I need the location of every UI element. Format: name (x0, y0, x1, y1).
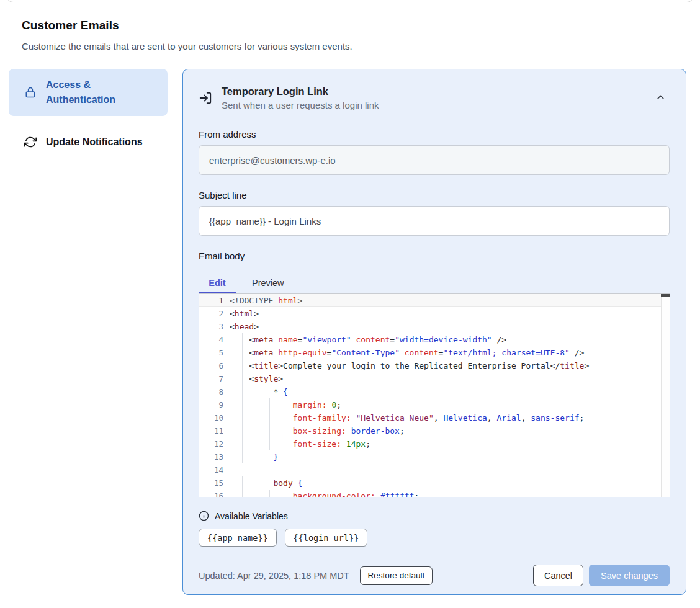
available-variables-header: Available Variables (199, 511, 670, 521)
card-title: Temporary Login Link (222, 86, 644, 97)
page-title: Customer Emails (22, 19, 678, 32)
previous-card-edge (6, 0, 694, 2)
code-line: 5 <meta http-equiv="Content-Type" conten… (199, 346, 670, 359)
line-number: 1 (199, 294, 223, 307)
indent-guide (242, 411, 243, 424)
code-text: <head> (223, 320, 259, 333)
indent-guide (242, 450, 243, 463)
email-body-label: Email body (199, 251, 670, 261)
cancel-button[interactable]: Cancel (533, 565, 583, 586)
code-text: <style> (223, 372, 283, 385)
line-number: 8 (199, 385, 223, 398)
info-icon (199, 511, 209, 521)
code-line: 4 <meta name="viewport" content="width=d… (199, 333, 670, 346)
tab-edit[interactable]: Edit (199, 274, 236, 293)
indent-guide (242, 490, 243, 497)
login-icon (199, 91, 212, 105)
page-header: Customer Emails Customize the emails tha… (0, 0, 700, 51)
code-line: 10 font-family: "Helvetica Neue", Helvet… (199, 411, 670, 424)
line-number: 5 (199, 346, 223, 359)
code-line: 7 <style> (199, 372, 670, 385)
code-text: <meta name="viewport" content="width=dev… (223, 333, 506, 346)
indent-guide (242, 424, 243, 437)
indent-guide (242, 385, 243, 398)
code-text: * { (223, 385, 288, 398)
code-editor[interactable]: 1<!DOCTYPE html>2<html>3<head>4 <meta na… (199, 293, 670, 497)
sidebar-item-update-notifications[interactable]: Update Notifications (9, 126, 168, 158)
code-text (223, 463, 230, 476)
line-number: 13 (199, 450, 223, 463)
variable-chip-login-url[interactable]: {{login_url}} (285, 529, 368, 547)
from-address-label: From address (199, 129, 670, 140)
editor-scrollbar-thumb[interactable] (661, 294, 670, 297)
code-text: box-sizing: border-box; (223, 424, 405, 437)
code-line: 3<head> (199, 320, 670, 333)
temporary-login-link-card: Temporary Login Link Sent when a user re… (182, 69, 686, 595)
code-text: <meta http-equiv="Content-Type" content=… (223, 346, 584, 359)
code-line: 16 background-color: #ffffff; (199, 490, 670, 497)
indent-guide (242, 398, 243, 411)
variable-chips: {{app_name}} {{login_url}} (199, 529, 670, 547)
indent-guide (242, 437, 243, 450)
page-subtitle: Customize the emails that are sent to yo… (22, 41, 678, 51)
content-layout: Access & Authentication Update Notificat… (0, 69, 700, 595)
sidebar-item-access-authentication[interactable]: Access & Authentication (9, 69, 168, 116)
line-number: 7 (199, 372, 223, 385)
tab-preview[interactable]: Preview (243, 274, 293, 293)
code-text: font-family: "Helvetica Neue", Helvetica… (223, 411, 584, 424)
available-variables-label: Available Variables (215, 511, 288, 521)
code-text: margin: 0; (223, 398, 341, 411)
code-line: 2<html> (199, 307, 670, 320)
card-header: Temporary Login Link Sent when a user re… (199, 86, 670, 110)
line-number: 4 (199, 333, 223, 346)
card-titles: Temporary Login Link Sent when a user re… (222, 86, 644, 110)
code-text: <!DOCTYPE html> (223, 294, 302, 307)
card-subtitle: Sent when a user requests a login link (222, 100, 644, 110)
indent-guide (269, 437, 270, 450)
chevron-up-icon (655, 92, 666, 102)
save-changes-button[interactable]: Save changes (589, 565, 670, 586)
indent-guide (242, 372, 243, 385)
code-line: 12 font-size: 14px; (199, 437, 670, 450)
subject-line-label: Subject line (199, 190, 670, 200)
line-number: 9 (199, 398, 223, 411)
collapse-button[interactable] (653, 89, 668, 107)
email-body-tabs: Edit Preview (199, 274, 670, 293)
code-text: <html> (223, 307, 259, 320)
editor-scrollbar-track[interactable] (661, 294, 670, 497)
sidebar-item-label: Update Notifications (46, 135, 143, 150)
code-line: 15 body { (199, 476, 670, 490)
line-number: 16 (199, 490, 223, 497)
from-address-input[interactable] (199, 145, 670, 175)
refresh-icon (24, 136, 37, 148)
subject-line-input[interactable] (199, 206, 670, 236)
code-line: 8 * { (199, 385, 670, 398)
code-line: 9 margin: 0; (199, 398, 670, 411)
code-text: body { (223, 476, 302, 490)
indent-guide (242, 359, 243, 372)
code-line: 11 box-sizing: border-box; (199, 424, 670, 437)
code-text: } (223, 450, 278, 463)
line-number: 11 (199, 424, 223, 437)
line-number: 14 (199, 463, 223, 476)
variable-chip-app-name[interactable]: {{app_name}} (199, 529, 277, 547)
indent-guide (242, 333, 243, 346)
line-number: 12 (199, 437, 223, 450)
card-footer: Updated: Apr 29, 2025, 1:18 PM MDT Resto… (199, 565, 670, 586)
code-line: 6 <title>Complete your login to the Repl… (199, 359, 670, 372)
code-text: font-size: 14px; (223, 437, 370, 450)
code-line: 1<!DOCTYPE html> (199, 294, 670, 307)
sidebar-item-label: Access & Authentication (46, 78, 156, 107)
indent-guide (242, 346, 243, 359)
line-number: 6 (199, 359, 223, 372)
restore-default-button[interactable]: Restore default (360, 566, 433, 585)
code-text: background-color: #ffffff; (223, 490, 419, 497)
indent-guide (269, 398, 270, 411)
line-number: 10 (199, 411, 223, 424)
code-text: <title>Complete your login to the Replic… (223, 359, 589, 372)
line-number: 15 (199, 476, 223, 490)
lock-icon (24, 86, 37, 99)
code-line: 13 } (199, 450, 670, 463)
code-line: 14 (199, 463, 670, 476)
line-number: 3 (199, 320, 223, 333)
